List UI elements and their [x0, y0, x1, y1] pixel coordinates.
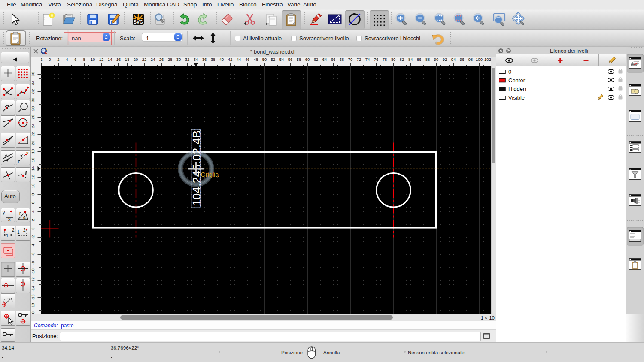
- svg-text:26: 26: [159, 57, 164, 62]
- svg-text:98: 98: [468, 57, 473, 62]
- svg-text:-14: -14: [31, 286, 35, 292]
- svg-text:44: 44: [237, 57, 241, 62]
- svg-text:24: 24: [31, 124, 35, 128]
- svg-text:30: 30: [31, 98, 35, 103]
- svg-text:2: 2: [57, 57, 59, 62]
- svg-text:34: 34: [194, 57, 198, 62]
- svg-text:36: 36: [31, 72, 35, 77]
- svg-text:70: 70: [348, 57, 353, 62]
- svg-text:16: 16: [31, 158, 35, 163]
- svg-text:38: 38: [211, 57, 216, 62]
- svg-text:-16: -16: [31, 294, 35, 300]
- svg-text:8: 8: [31, 193, 35, 195]
- svg-text:Griglia: Griglia: [201, 171, 219, 178]
- svg-text:2: 2: [31, 219, 35, 221]
- svg-text:-18: -18: [31, 303, 35, 309]
- svg-text:2: 2: [12, 228, 15, 232]
- svg-text:88: 88: [425, 57, 430, 62]
- svg-text:20: 20: [31, 141, 35, 145]
- svg-text:6: 6: [74, 57, 76, 62]
- svg-text:22: 22: [31, 132, 35, 137]
- svg-text:-12: -12: [31, 277, 35, 283]
- svg-text:1: 1: [6, 233, 9, 238]
- svg-text:54: 54: [279, 57, 284, 62]
- svg-text:72: 72: [357, 57, 361, 62]
- svg-text:26: 26: [31, 115, 35, 120]
- svg-text:6: 6: [31, 202, 35, 204]
- svg-text:20: 20: [134, 57, 138, 62]
- svg-text:16: 16: [116, 57, 121, 62]
- svg-text:56: 56: [288, 57, 293, 62]
- svg-text:60: 60: [305, 57, 310, 62]
- svg-text:8: 8: [83, 57, 85, 62]
- svg-text:40: 40: [219, 57, 224, 62]
- svg-text:90: 90: [434, 57, 439, 62]
- svg-text:4: 4: [66, 57, 68, 62]
- svg-text:32: 32: [31, 89, 35, 94]
- svg-text:28: 28: [168, 57, 173, 62]
- svg-text:62: 62: [314, 57, 319, 62]
- svg-text:-8: -8: [31, 261, 35, 265]
- svg-text:22: 22: [142, 57, 147, 62]
- svg-text:100: 100: [476, 57, 483, 62]
- svg-text:36: 36: [202, 57, 207, 62]
- svg-text:0: 0: [49, 57, 51, 62]
- svg-text:SVG: SVG: [134, 19, 143, 24]
- svg-text:58: 58: [297, 57, 301, 62]
- svg-text:a: a: [23, 215, 26, 220]
- svg-text:48: 48: [254, 57, 258, 62]
- svg-text:-10: -10: [31, 268, 35, 275]
- svg-text:30: 30: [176, 57, 181, 62]
- svg-text:82: 82: [400, 57, 404, 62]
- svg-text:32: 32: [185, 57, 190, 62]
- svg-text:80: 80: [391, 57, 396, 62]
- svg-text:66: 66: [331, 57, 336, 62]
- svg-text:2: 2: [23, 228, 26, 232]
- svg-text:10: 10: [91, 57, 95, 62]
- svg-text:42: 42: [228, 57, 233, 62]
- svg-text:96: 96: [460, 57, 465, 62]
- svg-text:-20: -20: [31, 311, 35, 314]
- svg-text:86: 86: [417, 57, 422, 62]
- svg-text:10: 10: [31, 184, 35, 188]
- svg-text:18: 18: [125, 57, 130, 62]
- svg-text:84: 84: [408, 57, 413, 62]
- svg-text:68: 68: [340, 57, 344, 62]
- svg-text:14: 14: [31, 166, 35, 171]
- svg-text:12: 12: [99, 57, 104, 62]
- svg-text:4: 4: [31, 210, 35, 212]
- svg-text:74: 74: [365, 57, 370, 62]
- svg-text:34: 34: [31, 81, 35, 85]
- svg-text:0: 0: [31, 227, 35, 229]
- svg-text:52: 52: [271, 57, 276, 62]
- svg-text:-2: -2: [31, 235, 35, 239]
- svg-text:y: y: [3, 210, 5, 215]
- svg-text:18: 18: [31, 149, 35, 154]
- svg-text:102: 102: [484, 57, 491, 62]
- svg-text:24: 24: [151, 57, 155, 62]
- svg-text:2: 2: [41, 57, 43, 62]
- svg-text:14: 14: [108, 57, 112, 62]
- svg-text:78: 78: [383, 57, 387, 62]
- svg-text:r: r: [19, 211, 21, 216]
- svg-text:12: 12: [31, 175, 35, 180]
- svg-text:1: 1: [17, 230, 20, 235]
- svg-text:50: 50: [262, 57, 267, 62]
- svg-text:92: 92: [443, 57, 447, 62]
- svg-text:64: 64: [322, 57, 327, 62]
- svg-text:94: 94: [451, 57, 456, 62]
- svg-text:-4: -4: [31, 244, 35, 247]
- svg-text:28: 28: [31, 106, 35, 111]
- svg-text:-6: -6: [31, 253, 35, 256]
- svg-text:46: 46: [245, 57, 250, 62]
- svg-text:76: 76: [374, 57, 379, 62]
